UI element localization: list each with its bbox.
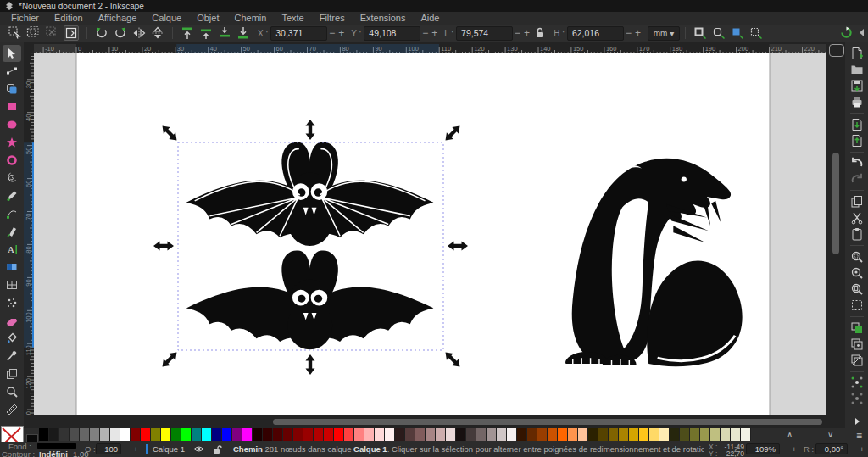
command-snap-bounding-box[interactable] — [849, 376, 865, 389]
color-swatch-800000[interactable] — [293, 428, 303, 441]
deselect-button[interactable] — [45, 25, 58, 39]
color-swatch-ffc61a[interactable] — [639, 428, 649, 441]
color-swatch-d9d9b3[interactable] — [721, 428, 731, 441]
color-swatch-1a0000[interactable] — [253, 428, 263, 441]
color-swatch-1a1a1a[interactable] — [49, 428, 59, 441]
horizontal-ruler[interactable]: -100102030405060708090100110120130140150… — [34, 42, 826, 53]
scale-stroke-button[interactable] — [693, 26, 707, 40]
y-field[interactable]: 49,108 — [364, 26, 420, 41]
tool-selector[interactable] — [3, 45, 21, 62]
color-swatch-800000[interactable] — [131, 428, 141, 441]
command-open-document[interactable] — [849, 63, 865, 76]
color-swatch-331400[interactable] — [517, 428, 527, 441]
color-swatch-808080[interactable] — [90, 428, 100, 441]
tool-node-editor[interactable] — [3, 63, 21, 80]
color-swatch-660000[interactable] — [283, 428, 293, 441]
color-swatch-4d4d4d[interactable] — [70, 428, 80, 441]
command-snap-nodes[interactable] — [849, 392, 865, 405]
color-swatch-ff8080[interactable] — [354, 428, 364, 441]
command-redo[interactable] — [849, 172, 865, 186]
raise-to-top-button[interactable] — [181, 26, 194, 40]
color-swatch-ff6600[interactable] — [558, 428, 568, 441]
color-swatch-554200[interactable] — [598, 428, 609, 441]
display-mode-icon[interactable] — [829, 44, 844, 57]
zoom-decrement[interactable]: − — [783, 444, 788, 454]
command-import[interactable] — [849, 118, 865, 131]
palette-scroll-down-icon[interactable]: ∨ — [827, 430, 833, 439]
command-save-document[interactable] — [849, 79, 865, 92]
color-swatch-330000[interactable] — [263, 428, 273, 441]
vertical-scrollbar[interactable] — [826, 42, 845, 428]
color-swatch-993d00[interactable] — [537, 428, 548, 441]
color-swatch-ff944d[interactable] — [568, 428, 578, 441]
color-swatch-bfbf80[interactable] — [710, 428, 721, 441]
color-swatch-a19494[interactable] — [487, 428, 497, 441]
scale-corners-button[interactable] — [712, 26, 726, 40]
command-zoom-to-page[interactable] — [849, 282, 865, 296]
tool-paint-bucket[interactable] — [3, 330, 21, 347]
color-swatch-453b3b[interactable] — [466, 428, 476, 441]
color-swatch-808000[interactable] — [151, 428, 161, 441]
tool-ellipse[interactable] — [3, 116, 21, 133]
x-increment[interactable]: + — [338, 27, 344, 40]
menu-calque[interactable]: Calque — [144, 12, 189, 25]
lower-button[interactable] — [218, 26, 231, 40]
rotation-field[interactable]: 0,00° — [815, 443, 848, 454]
color-swatch-00ff00[interactable] — [181, 428, 192, 441]
color-swatch-ffd966[interactable] — [649, 428, 659, 441]
color-swatch-cfc6c6[interactable] — [497, 428, 507, 441]
menu-texte[interactable]: Texte — [274, 12, 311, 25]
width-increment[interactable]: + — [524, 27, 530, 40]
command-undo[interactable] — [849, 156, 865, 170]
command-zoom-to-selection[interactable] — [849, 250, 865, 264]
color-swatch-d4a500[interactable] — [629, 428, 639, 441]
zoom-field[interactable]: 109% — [746, 443, 780, 454]
color-swatch-2b1b1b[interactable] — [395, 428, 405, 441]
raise-button[interactable] — [199, 26, 213, 40]
menu-objet[interactable]: Objet — [189, 12, 226, 25]
color-swatch-800080[interactable] — [232, 428, 242, 441]
tool-text[interactable]: A — [3, 241, 21, 258]
command-duplicate[interactable] — [849, 321, 865, 335]
color-swatch-a68585[interactable] — [426, 428, 436, 441]
menu-fichier[interactable]: Fichier — [3, 12, 47, 25]
color-swatch-662900[interactable] — [527, 428, 537, 441]
command-unlink-clone[interactable] — [849, 354, 865, 367]
layer-visibility-icon[interactable] — [193, 444, 204, 455]
tool-eraser[interactable] — [3, 312, 21, 329]
color-swatch-008080[interactable] — [192, 428, 202, 441]
rotate-90-cw-button[interactable] — [114, 26, 127, 40]
x-decrement[interactable]: − — [329, 27, 335, 40]
color-swatch-f5f0f0[interactable] — [507, 428, 517, 441]
menu-filtres[interactable]: Filtres — [312, 12, 353, 25]
lower-to-bottom-button[interactable] — [236, 26, 250, 40]
select-all-layers-button[interactable] — [26, 25, 40, 39]
x-field[interactable]: 30,371 — [270, 26, 327, 41]
tool-box-3d[interactable] — [3, 152, 21, 169]
opacity-decrement[interactable]: − — [125, 444, 130, 454]
tool-measure[interactable] — [3, 401, 21, 418]
fill-color-swatch[interactable] — [37, 443, 76, 449]
color-swatch-f2f2e6[interactable] — [741, 428, 751, 441]
tool-star[interactable] — [3, 134, 21, 151]
scale-gradient-button[interactable] — [731, 26, 744, 40]
tool-pages[interactable] — [3, 365, 21, 382]
color-swatch-ffc299[interactable] — [578, 428, 588, 441]
command-export[interactable] — [849, 134, 865, 148]
color-swatch-ffffff[interactable] — [120, 428, 131, 441]
color-swatch-ffd9d9[interactable] — [375, 428, 385, 441]
color-swatch-ffecb3[interactable] — [659, 428, 670, 441]
color-swatch-ead9d9[interactable] — [446, 428, 456, 441]
palette-menu-icon[interactable]: ≡ — [856, 430, 862, 442]
menu-extensions[interactable]: Extensions — [353, 12, 414, 25]
color-swatch-ff00ff[interactable] — [242, 428, 253, 441]
command-cut[interactable] — [849, 211, 865, 225]
tool-spray[interactable] — [3, 294, 21, 311]
collapse-toolbar-icon[interactable] — [858, 28, 865, 37]
color-swatch-4d4d1a[interactable] — [680, 428, 690, 441]
refresh-icon[interactable] — [840, 26, 853, 39]
horizontal-scrollbar[interactable] — [24, 415, 826, 428]
menu-edition[interactable]: Édition — [47, 12, 91, 25]
toggle-selection-cue-button[interactable] — [64, 25, 79, 41]
tool-calligraphy[interactable] — [3, 223, 21, 240]
